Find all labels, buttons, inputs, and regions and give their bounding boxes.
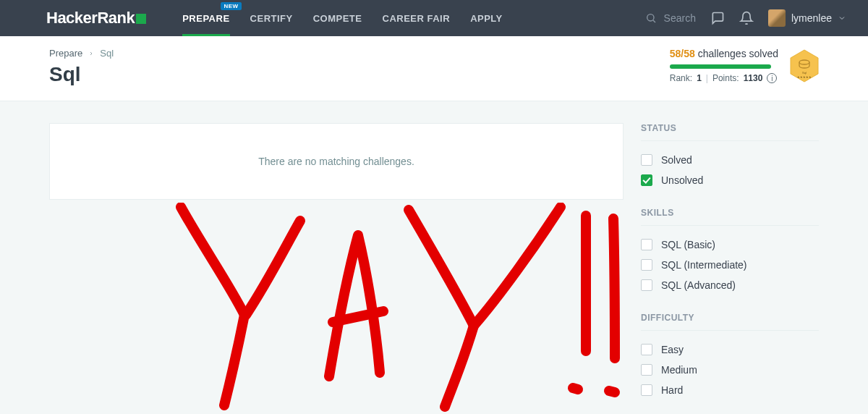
filter-status: STATUS Solved Unsolved bbox=[641, 123, 819, 190]
page-header: Prepare Sql Sql 58/58 challenges solved … bbox=[0, 36, 868, 101]
header-right: 58/58 challenges solved Rank: 1 | Points… bbox=[670, 48, 819, 83]
filter-solved[interactable]: Solved bbox=[641, 150, 819, 170]
filter-medium[interactable]: Medium bbox=[641, 360, 819, 380]
rank-line: Rank: 1 | Points: 1130 i bbox=[670, 73, 778, 83]
filter-label: Hard bbox=[661, 384, 683, 396]
nav-right: Search lymenlee bbox=[645, 9, 846, 27]
svg-text:Sql: Sql bbox=[802, 71, 807, 75]
chevron-down-icon bbox=[838, 14, 846, 22]
filter-skills: SKILLS SQL (Basic) SQL (Intermediate) SQ… bbox=[641, 208, 819, 295]
filter-label: SQL (Basic) bbox=[661, 239, 715, 250]
points-label: Points: bbox=[712, 73, 739, 83]
filter-label: Unsolved bbox=[661, 174, 703, 186]
progress-bar bbox=[670, 64, 771, 69]
skill-badge[interactable]: Sql ★★★★★ bbox=[790, 49, 819, 83]
solved-count: 58/58 bbox=[670, 48, 695, 59]
checkbox-icon bbox=[641, 239, 652, 250]
nav-apply[interactable]: APPLY bbox=[460, 0, 513, 36]
avatar bbox=[768, 9, 786, 27]
filter-label: Medium bbox=[661, 364, 697, 376]
filter-difficulty: DIFFICULTY Easy Medium Hard bbox=[641, 313, 819, 400]
checkbox-icon bbox=[641, 259, 652, 271]
bell-icon bbox=[739, 11, 754, 25]
checkbox-icon bbox=[641, 154, 652, 166]
nav-career-fair[interactable]: CAREER FAIR bbox=[373, 0, 461, 36]
solved-line: 58/58 challenges solved bbox=[670, 48, 778, 59]
nav-compete[interactable]: COMPETE bbox=[303, 0, 373, 36]
search-icon bbox=[645, 12, 657, 24]
user-menu[interactable]: lymenlee bbox=[768, 9, 846, 27]
checkbox-icon bbox=[641, 384, 652, 396]
page-title: Sql bbox=[49, 63, 114, 86]
empty-message: There are no matching challenges. bbox=[258, 156, 414, 167]
filter-label: SQL (Advanced) bbox=[661, 279, 736, 291]
svg-point-0 bbox=[647, 14, 653, 21]
filter-title: DIFFICULTY bbox=[641, 313, 819, 331]
filter-title: SKILLS bbox=[641, 208, 819, 226]
svg-text:★★★★★: ★★★★★ bbox=[797, 75, 812, 79]
filter-sql-basic[interactable]: SQL (Basic) bbox=[641, 235, 819, 255]
nav-item-label: CERTIFY bbox=[250, 13, 293, 24]
breadcrumb-current: Sql bbox=[100, 48, 114, 59]
breadcrumb-root[interactable]: Prepare bbox=[49, 48, 82, 59]
separator: | bbox=[706, 73, 708, 83]
filter-label: Solved bbox=[661, 154, 692, 166]
rank-label: Rank: bbox=[670, 73, 692, 83]
badge-hex-icon: Sql ★★★★★ bbox=[790, 49, 819, 83]
solved-label: challenges solved bbox=[698, 48, 778, 59]
notifications-button[interactable] bbox=[739, 11, 754, 25]
chevron-right-icon bbox=[88, 51, 94, 56]
top-nav: HackerRank PREPARE NEW CERTIFY COMPETE C… bbox=[0, 0, 868, 36]
brand-logo[interactable]: HackerRank bbox=[46, 9, 146, 28]
rank-value: 1 bbox=[697, 73, 702, 83]
points-value: 1130 bbox=[744, 73, 763, 83]
content-area: There are no matching challenges. STATUS… bbox=[0, 101, 868, 414]
checkbox-checked-icon bbox=[641, 174, 652, 186]
info-icon[interactable]: i bbox=[767, 73, 777, 83]
filter-easy[interactable]: Easy bbox=[641, 339, 819, 360]
nav-item-label: APPLY bbox=[470, 13, 503, 24]
svg-line-1 bbox=[653, 20, 655, 22]
challenges-panel: There are no matching challenges. bbox=[49, 123, 624, 200]
search-input[interactable]: Search bbox=[645, 12, 696, 24]
nav-certify[interactable]: CERTIFY bbox=[240, 0, 303, 36]
nav-links: PREPARE NEW CERTIFY COMPETE CAREER FAIR … bbox=[172, 0, 513, 36]
stats-block: 58/58 challenges solved Rank: 1 | Points… bbox=[670, 48, 778, 83]
nav-item-label: CAREER FAIR bbox=[383, 13, 451, 24]
filter-label: Easy bbox=[661, 344, 684, 355]
filter-sql-advanced[interactable]: SQL (Advanced) bbox=[641, 275, 819, 295]
filter-title: STATUS bbox=[641, 123, 819, 141]
filter-hard[interactable]: Hard bbox=[641, 380, 819, 400]
message-icon bbox=[710, 11, 725, 25]
header-left: Prepare Sql Sql bbox=[49, 48, 114, 86]
search-placeholder: Search bbox=[664, 12, 696, 24]
nav-prepare[interactable]: PREPARE NEW bbox=[172, 0, 239, 36]
brand-logo-square bbox=[136, 14, 146, 24]
messages-button[interactable] bbox=[710, 11, 725, 25]
filter-sql-intermediate[interactable]: SQL (Intermediate) bbox=[641, 255, 819, 275]
checkbox-icon bbox=[641, 279, 652, 291]
filter-unsolved[interactable]: Unsolved bbox=[641, 170, 819, 190]
nav-item-label: PREPARE bbox=[182, 13, 229, 24]
filter-label: SQL (Intermediate) bbox=[661, 259, 747, 271]
breadcrumb: Prepare Sql bbox=[49, 48, 114, 59]
new-badge: NEW bbox=[221, 2, 241, 10]
filter-sidebar: STATUS Solved Unsolved SKILLS SQL (Basic… bbox=[641, 123, 819, 414]
nav-item-label: COMPETE bbox=[313, 13, 362, 24]
checkbox-icon bbox=[641, 364, 652, 376]
checkbox-icon bbox=[641, 344, 652, 355]
brand-name: HackerRank bbox=[46, 9, 135, 28]
user-name: lymenlee bbox=[791, 12, 832, 24]
